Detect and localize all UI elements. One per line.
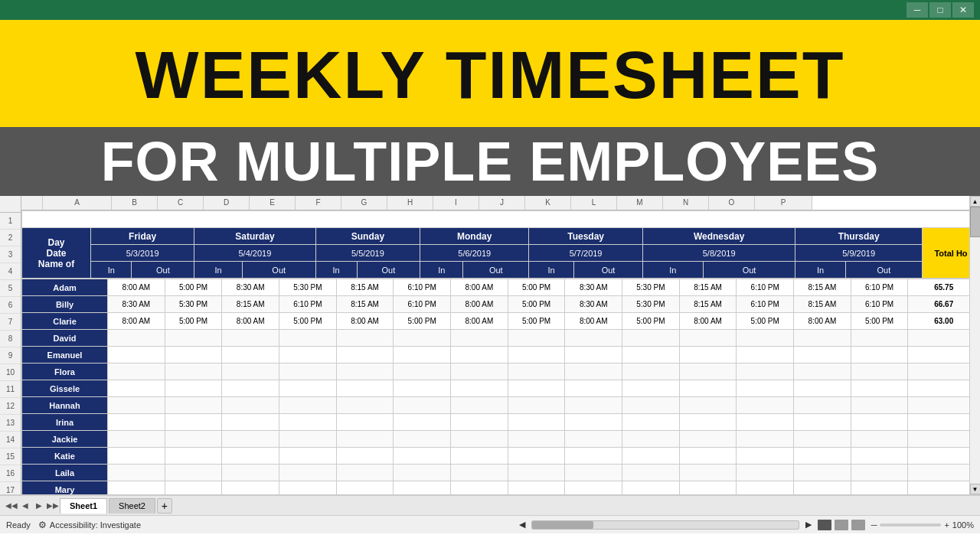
time-in-cell[interactable] bbox=[451, 347, 508, 364]
time-in-cell[interactable] bbox=[565, 414, 622, 431]
time-in-cell[interactable] bbox=[336, 397, 394, 414]
time-out-cell[interactable] bbox=[279, 347, 337, 364]
time-in-cell[interactable] bbox=[108, 330, 165, 347]
time-out-cell[interactable] bbox=[622, 448, 680, 465]
time-out-cell[interactable] bbox=[851, 347, 908, 364]
time-out-cell[interactable]: 5:00 PM bbox=[508, 296, 565, 313]
time-out-cell[interactable] bbox=[165, 380, 222, 397]
time-out-cell[interactable] bbox=[394, 380, 451, 397]
time-in-cell[interactable] bbox=[679, 347, 737, 364]
time-out-cell[interactable] bbox=[394, 347, 451, 364]
zoom-slider[interactable] bbox=[880, 523, 941, 527]
time-in-cell[interactable] bbox=[679, 364, 737, 380]
time-in-cell[interactable] bbox=[108, 364, 165, 380]
time-in-cell[interactable] bbox=[336, 380, 394, 397]
time-in-cell[interactable] bbox=[565, 364, 622, 380]
time-in-cell[interactable] bbox=[679, 431, 737, 448]
time-in-cell[interactable] bbox=[336, 347, 394, 364]
time-out-cell[interactable] bbox=[165, 397, 222, 414]
time-out-cell[interactable] bbox=[737, 414, 794, 431]
sheet-nav-first[interactable]: ◀◀ bbox=[6, 500, 17, 511]
time-in-cell[interactable]: 8:30 AM bbox=[108, 296, 165, 313]
time-in-cell[interactable]: 8:00 AM bbox=[451, 296, 508, 313]
time-out-cell[interactable] bbox=[394, 465, 451, 481]
horizontal-scrollbar[interactable] bbox=[531, 520, 799, 530]
time-in-cell[interactable] bbox=[222, 330, 279, 347]
time-out-cell[interactable] bbox=[851, 431, 908, 448]
time-in-cell[interactable] bbox=[794, 347, 851, 364]
time-in-cell[interactable] bbox=[451, 465, 508, 481]
time-out-cell[interactable]: 5:00 PM bbox=[165, 279, 222, 296]
time-out-cell[interactable] bbox=[508, 448, 565, 465]
minimize-button[interactable]: ─ bbox=[906, 2, 928, 18]
sheet-nav-prev[interactable]: ◀ bbox=[20, 500, 31, 511]
time-in-cell[interactable]: 8:30 AM bbox=[565, 296, 622, 313]
time-in-cell[interactable] bbox=[222, 431, 279, 448]
time-out-cell[interactable] bbox=[737, 330, 794, 347]
time-in-cell[interactable] bbox=[222, 364, 279, 380]
time-in-cell[interactable] bbox=[451, 448, 508, 465]
time-out-cell[interactable] bbox=[737, 347, 794, 364]
time-in-cell[interactable]: 8:00 AM bbox=[451, 313, 508, 330]
time-out-cell[interactable]: 5:30 PM bbox=[622, 279, 680, 296]
time-in-cell[interactable] bbox=[108, 397, 165, 414]
time-out-cell[interactable] bbox=[851, 448, 908, 465]
time-out-cell[interactable] bbox=[851, 364, 908, 380]
close-button[interactable]: ✕ bbox=[952, 2, 974, 18]
time-out-cell[interactable]: 5:00 PM bbox=[165, 313, 222, 330]
time-in-cell[interactable] bbox=[336, 448, 394, 465]
sheet-nav-next[interactable]: ▶ bbox=[34, 500, 44, 511]
time-in-cell[interactable]: 8:15 AM bbox=[679, 296, 737, 313]
time-out-cell[interactable] bbox=[394, 448, 451, 465]
time-out-cell[interactable]: 6:10 PM bbox=[851, 296, 908, 313]
time-out-cell[interactable] bbox=[737, 364, 794, 380]
time-in-cell[interactable] bbox=[451, 330, 508, 347]
time-out-cell[interactable] bbox=[622, 414, 680, 431]
time-in-cell[interactable] bbox=[336, 414, 394, 431]
time-out-cell[interactable] bbox=[279, 414, 337, 431]
time-in-cell[interactable] bbox=[679, 448, 737, 465]
time-out-cell[interactable] bbox=[508, 431, 565, 448]
time-out-cell[interactable] bbox=[622, 431, 680, 448]
time-out-cell[interactable] bbox=[737, 380, 794, 397]
time-out-cell[interactable] bbox=[279, 380, 337, 397]
scroll-track[interactable] bbox=[970, 207, 981, 484]
time-out-cell[interactable] bbox=[165, 364, 222, 380]
time-in-cell[interactable]: 8:15 AM bbox=[794, 279, 851, 296]
scroll-right-btn[interactable]: ▶ bbox=[805, 520, 812, 530]
time-in-cell[interactable]: 8:00 AM bbox=[451, 279, 508, 296]
time-in-cell[interactable] bbox=[565, 431, 622, 448]
time-out-cell[interactable] bbox=[737, 448, 794, 465]
time-out-cell[interactable] bbox=[737, 465, 794, 481]
time-in-cell[interactable]: 8:15 AM bbox=[794, 296, 851, 313]
time-out-cell[interactable] bbox=[851, 414, 908, 431]
time-in-cell[interactable] bbox=[679, 380, 737, 397]
time-out-cell[interactable] bbox=[394, 330, 451, 347]
time-out-cell[interactable] bbox=[165, 465, 222, 481]
zoom-out-btn[interactable]: ─ bbox=[871, 520, 877, 530]
zoom-in-btn[interactable]: + bbox=[944, 520, 949, 530]
time-in-cell[interactable] bbox=[565, 380, 622, 397]
time-in-cell[interactable] bbox=[565, 397, 622, 414]
time-out-cell[interactable] bbox=[622, 330, 680, 347]
time-in-cell[interactable]: 8:00 AM bbox=[336, 313, 394, 330]
time-out-cell[interactable]: 5:00 PM bbox=[737, 313, 794, 330]
time-out-cell[interactable] bbox=[508, 397, 565, 414]
time-in-cell[interactable] bbox=[222, 347, 279, 364]
time-out-cell[interactable] bbox=[165, 347, 222, 364]
normal-view-icon[interactable] bbox=[818, 520, 831, 530]
page-break-icon[interactable] bbox=[851, 520, 865, 530]
time-out-cell[interactable]: 5:30 PM bbox=[279, 279, 337, 296]
time-in-cell[interactable] bbox=[794, 431, 851, 448]
time-out-cell[interactable] bbox=[622, 397, 680, 414]
tab-sheet2[interactable]: Sheet2 bbox=[109, 498, 155, 514]
page-layout-icon[interactable] bbox=[835, 520, 848, 530]
time-out-cell[interactable]: 5:00 PM bbox=[622, 313, 680, 330]
time-in-cell[interactable] bbox=[108, 448, 165, 465]
time-in-cell[interactable] bbox=[222, 448, 279, 465]
time-in-cell[interactable]: 8:00 AM bbox=[679, 313, 737, 330]
time-in-cell[interactable] bbox=[108, 414, 165, 431]
time-out-cell[interactable] bbox=[279, 431, 337, 448]
time-in-cell[interactable] bbox=[565, 448, 622, 465]
time-in-cell[interactable] bbox=[108, 431, 165, 448]
